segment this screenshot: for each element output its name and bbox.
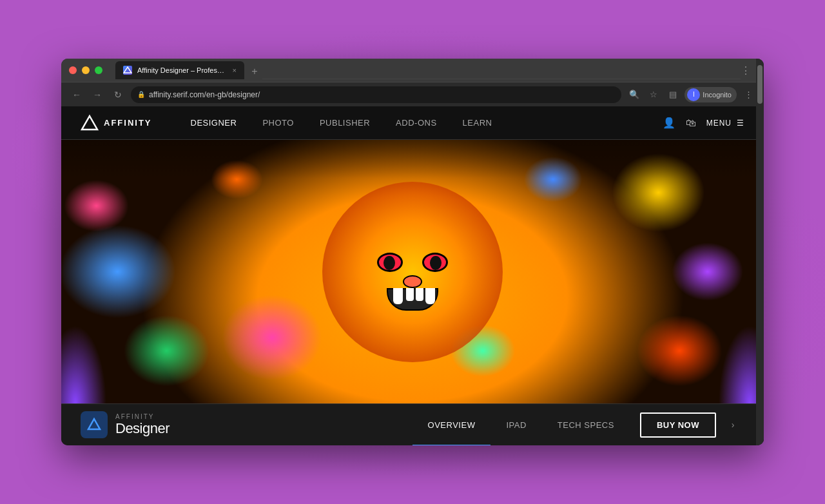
minimize-button[interactable] [82, 66, 90, 74]
site-nav-right: 👤 🛍 MENU ☰ [663, 117, 744, 129]
account-icon[interactable]: 👤 [663, 117, 675, 129]
new-tab-button[interactable]: + [247, 64, 262, 79]
affinity-logo[interactable]: AFFINITY [81, 114, 152, 132]
bottom-tabs: OVERVIEW IPAD TECH SPECS [412, 404, 630, 445]
cart-icon[interactable]: 🛍 [686, 117, 696, 129]
refresh-button[interactable]: ↻ [110, 87, 126, 102]
product-title: Designer [115, 420, 170, 437]
nav-link-learn[interactable]: LEARN [450, 106, 505, 140]
tab-favicon [123, 66, 132, 75]
maximize-button[interactable] [95, 66, 102, 74]
url-domain: affinity.serif.com/en-gb/designer/ [149, 90, 260, 99]
menu-button[interactable]: MENU ☰ [706, 119, 744, 128]
product-name-group: AFFINITY Designer [115, 413, 170, 437]
hero-artwork [61, 140, 764, 403]
product-branding: AFFINITY Designer [81, 411, 170, 438]
profile-label: Incognito [703, 91, 732, 99]
forward-button[interactable]: → [90, 87, 105, 102]
tab-manager-icon[interactable]: ▤ [665, 87, 681, 102]
address-bar[interactable]: 🔒 affinity.serif.com/en-gb/designer/ [131, 86, 621, 103]
svg-marker-0 [124, 67, 131, 73]
svg-marker-1 [82, 116, 97, 130]
browser-window: Affinity Designer – Profession… × + ⋮ ← … [61, 59, 764, 445]
url-text: affinity.serif.com/en-gb/designer/ [149, 90, 260, 99]
sticky-bottom-nav: AFFINITY Designer OVERVIEW IPAD TECH SPE… [61, 403, 764, 445]
nav-link-photo[interactable]: PHOTO [249, 106, 307, 140]
tab-title: Affinity Designer – Profession… [137, 66, 228, 74]
tab-close-button[interactable]: × [233, 66, 237, 74]
close-button[interactable] [69, 66, 77, 74]
browser-scrollbar[interactable] [756, 59, 764, 445]
product-icon [81, 411, 108, 438]
back-button[interactable]: ← [69, 87, 84, 102]
tab-overview[interactable]: OVERVIEW [412, 404, 491, 446]
hero-image [61, 140, 764, 403]
site-nav-links: DESIGNER PHOTO PUBLISHER ADD-ONS LEARN [178, 106, 663, 140]
avatar: I [687, 88, 700, 101]
active-tab[interactable]: Affinity Designer – Profession… × [115, 61, 244, 79]
bookmark-icon[interactable]: ☆ [646, 87, 661, 102]
buy-now-button[interactable]: BUY NOW [640, 412, 716, 438]
lock-icon: 🔒 [137, 91, 145, 98]
browser-content: AFFINITY DESIGNER PHOTO PUBLISHER ADD-ON… [61, 106, 764, 445]
hamburger-icon: ☰ [737, 119, 744, 128]
zoom-icon[interactable]: 🔍 [626, 87, 642, 102]
nav-link-addons[interactable]: ADD-ONS [383, 106, 449, 140]
nav-link-designer[interactable]: DESIGNER [178, 106, 250, 140]
logo-text: AFFINITY [104, 118, 152, 128]
nav-link-publisher[interactable]: PUBLISHER [307, 106, 383, 140]
more-options-icon[interactable]: ⋮ [741, 87, 756, 102]
profile-button[interactable]: I Incognito [684, 87, 737, 102]
browser-scrollbar-thumb[interactable] [757, 65, 762, 104]
site-navbar: AFFINITY DESIGNER PHOTO PUBLISHER ADD-ON… [61, 106, 764, 140]
product-subtitle: AFFINITY [115, 413, 170, 420]
tab-tech-specs[interactable]: TECH SPECS [542, 404, 630, 446]
menu-label: MENU [706, 119, 732, 128]
scroll-down-button[interactable]: › [721, 413, 744, 436]
tab-ipad[interactable]: IPAD [490, 404, 541, 446]
